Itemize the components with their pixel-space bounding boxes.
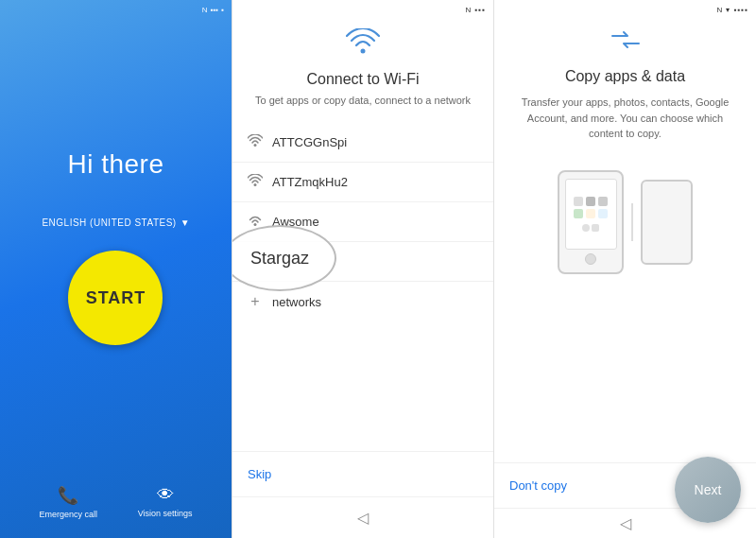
wifi-network-name: ATTZmqkHu2	[272, 175, 478, 189]
start-button[interactable]: START	[68, 251, 163, 345]
eye-icon: 👁	[157, 485, 174, 505]
copy-apps-title: Copy apps & data	[565, 68, 685, 85]
more-networks-label: networks	[272, 295, 321, 309]
copy-apps-content: Copy apps & data Transfer your apps, pho…	[494, 0, 756, 462]
status-bar-panel2: N ▪▪▪	[465, 6, 486, 14]
back-icon[interactable]: ◁	[357, 509, 369, 527]
wifi-network-name: ATTCGGnSpi	[272, 135, 478, 149]
wifi-panel-subtitle: To get apps or copy data, connect to a n…	[232, 94, 493, 108]
back-icon-p3[interactable]: ◁	[620, 514, 631, 532]
next-button[interactable]: Next	[675, 457, 741, 523]
emergency-call-label: Emergency call	[39, 510, 97, 519]
transfer-icon	[610, 28, 641, 57]
welcome-panel: N ▪▪▪ ▪ Hi there ENGLISH (UNITED STATES)…	[0, 0, 232, 538]
svg-point-0	[361, 49, 366, 54]
wifi-panel: N ▪▪▪ Connect to Wi-Fi To get apps or co…	[232, 0, 494, 538]
status-bar-panel3: N ▾ ▪▪▪▪	[716, 6, 748, 14]
language-text: ENGLISH (UNITED STATES)	[42, 217, 176, 228]
source-phone-screen	[565, 179, 617, 250]
signal-icon: ▪▪▪	[211, 6, 219, 14]
language-selector[interactable]: ENGLISH (UNITED STATES) ▼	[42, 217, 189, 228]
wifi-panel-title: Connect to Wi-Fi	[232, 71, 493, 88]
target-phone	[641, 180, 693, 265]
divider-line	[631, 203, 633, 241]
skip-button[interactable]: Skip	[248, 463, 271, 485]
source-phone	[558, 170, 624, 274]
plus-icon: +	[248, 293, 263, 310]
phone-home-button	[585, 253, 596, 265]
next-label: Next	[695, 482, 722, 497]
wifi-network-item[interactable]: ATTCGGnSpi	[232, 123, 493, 163]
wifi-footer: Skip	[232, 451, 493, 496]
svg-point-3	[254, 223, 257, 226]
status-icons-p3: N ▾ ▪▪▪▪	[716, 6, 748, 14]
wifi-signal-icon	[248, 134, 263, 150]
wifi-content: Connect to Wi-Fi To get apps or copy dat…	[232, 0, 493, 451]
emergency-call-button[interactable]: 📞 Emergency call	[39, 485, 97, 519]
wifi-list: ATTCGGnSpi ATTZmqkHu2	[232, 123, 493, 451]
status-bar-panel1: N ▪▪▪ ▪	[202, 6, 224, 14]
vision-settings-button[interactable]: 👁 Vision settings	[138, 485, 193, 519]
battery-icon: ▪	[221, 6, 224, 14]
bottom-bar: 📞 Emergency call 👁 Vision settings	[0, 476, 232, 529]
phone-icon: 📞	[58, 485, 78, 506]
wifi-network-item[interactable]: ATTZmqkHu2	[232, 163, 493, 202]
svg-point-2	[254, 183, 257, 186]
copy-apps-description: Transfer your apps, photos, contacts, Go…	[513, 95, 737, 142]
chevron-down-icon: ▼	[180, 217, 190, 228]
wifi-network-item-stargaz[interactable]: Stargaz Stargaz	[232, 242, 493, 282]
wifi-icon-large	[232, 28, 493, 61]
nfc-icon: N	[202, 6, 208, 14]
panel2-nav-bar: ◁	[232, 496, 493, 538]
vision-settings-label: Vision settings	[138, 509, 193, 518]
copy-apps-panel: N ▾ ▪▪▪▪ Copy apps & data Transfer your …	[494, 0, 756, 538]
welcome-content: Hi there ENGLISH (UNITED STATES) ▼ START	[42, 19, 189, 476]
stargaz-label: Stargaz	[250, 249, 309, 269]
wifi-signal-icon	[248, 174, 263, 190]
next-button-container: Next	[675, 457, 741, 523]
svg-point-1	[254, 144, 257, 147]
start-label: START	[86, 288, 146, 308]
stargaz-circle-overlay: Stargaz	[232, 225, 336, 291]
welcome-title: Hi there	[67, 149, 163, 180]
phones-illustration	[558, 170, 693, 274]
dont-copy-button[interactable]: Don't copy	[509, 475, 567, 496]
nfc-icon-p2: N ▪▪▪	[465, 6, 486, 14]
